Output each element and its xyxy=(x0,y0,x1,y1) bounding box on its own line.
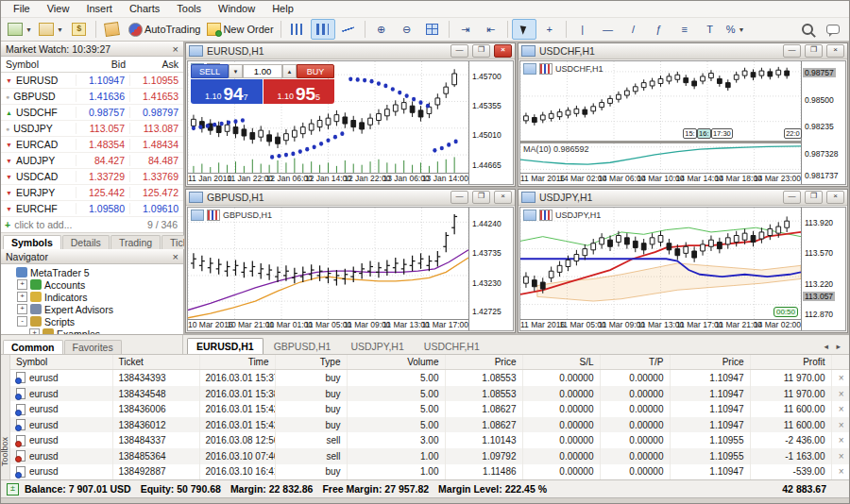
chart-window-titlebar[interactable]: GBPUSD,H1—❐× xyxy=(186,190,515,206)
close-button[interactable]: × xyxy=(494,191,512,204)
close-position-icon[interactable]: × xyxy=(839,404,844,414)
close-position-icon[interactable]: × xyxy=(839,389,844,399)
market-watch-row[interactable]: ▼EURCAD1.483541.48434 xyxy=(1,137,183,153)
chart-window-gbpusd[interactable]: GBPUSD,H1—❐×GBPUSD,H110 Mar 201610 Mar 2… xyxy=(185,189,516,333)
channel-tool-icon[interactable]: ≡ xyxy=(672,19,697,40)
collapse-icon[interactable]: - xyxy=(17,316,27,327)
chart-window-titlebar[interactable]: USDJPY,H1—❐× xyxy=(518,190,847,206)
tree-item-metatrader-5[interactable]: MetaTrader 5 xyxy=(1,266,183,278)
menu-item-window[interactable]: Window xyxy=(210,2,264,15)
trade-row[interactable]: eurusd1384360122016.03.01 15:42:34buy5.0… xyxy=(10,417,849,433)
tree-item-expert-advisors[interactable]: +Expert Advisors xyxy=(1,303,183,315)
time-axis[interactable]: 11 Mar 201614 Mar 02:0014 Mar 06:0014 Ma… xyxy=(520,173,801,184)
minimize-button[interactable]: — xyxy=(450,191,468,204)
tab-favorites[interactable]: Favorites xyxy=(64,340,122,354)
chart-shift-icon[interactable]: ⇤ xyxy=(479,19,503,40)
price-axis[interactable]: 1.457001.453551.450101.44665 xyxy=(468,61,513,184)
trade-col-Type[interactable]: Type xyxy=(275,355,347,370)
bar-chart-mode-icon[interactable] xyxy=(285,19,310,40)
market-watch-row[interactable]: ▲USDCHF0.987570.98797 xyxy=(1,105,183,121)
market-watch-row[interactable]: ●USDJPY113.057113.087 xyxy=(1,121,183,137)
time-axis[interactable]: 11 Jan 201011 Jan 22:0012 Jan 06:0012 Ja… xyxy=(188,173,468,184)
chart-tab-eurusd-h1[interactable]: EURUSD,H1 xyxy=(187,338,264,354)
menu-item-tools[interactable]: Tools xyxy=(168,2,210,15)
chart-window-titlebar[interactable]: USDCHF,H1—❐× xyxy=(518,43,847,59)
tree-item-scripts[interactable]: -Scripts xyxy=(1,315,183,328)
trade-col-T/P[interactable]: T/P xyxy=(600,355,670,370)
arrows-tool-icon[interactable]: %▼ xyxy=(723,19,748,40)
expand-icon[interactable]: + xyxy=(17,279,27,290)
tree-item-indicators[interactable]: +Indicators xyxy=(1,291,183,303)
menu-item-view[interactable]: View xyxy=(39,2,78,15)
text-tool-icon[interactable]: T xyxy=(698,19,722,40)
tab-common[interactable]: Common xyxy=(3,340,63,354)
toolbox-vertical-tab[interactable]: Toolbox xyxy=(1,355,10,479)
autotrading-button[interactable]: AutoTrading xyxy=(126,19,204,40)
usdjpy-price-pane[interactable]: 00:50USDJPY,H1 xyxy=(520,208,801,319)
chart-window-usdjpy[interactable]: USDJPY,H1—❐×00:50USDJPY,H111 Mar 201611 … xyxy=(518,189,848,333)
trade-row[interactable]: eurusd1384343932016.03.01 15:37:23buy5.0… xyxy=(10,370,849,386)
usdchf-indicator-pane[interactable]: MA(10) 0.986592 xyxy=(520,143,801,173)
trade-col-Price[interactable]: Price xyxy=(445,355,522,370)
sell-button[interactable]: SELL xyxy=(191,64,229,78)
time-axis[interactable]: 11 Mar 201611 Mar 05:0011 Mar 09:0011 Ma… xyxy=(520,319,801,330)
restore-button[interactable]: ❐ xyxy=(472,191,490,204)
candlestick-mode-icon[interactable] xyxy=(311,19,335,40)
chart-tab-gbpusd-h1[interactable]: GBPUSD,H1 xyxy=(264,338,341,354)
cursor-tool-icon[interactable] xyxy=(512,19,536,40)
close-icon[interactable]: × xyxy=(173,44,178,54)
market-watch-row[interactable]: ▼USDCAD1.337291.33769 xyxy=(1,169,183,185)
trade-col-Volume[interactable]: Volume xyxy=(347,355,445,370)
trade-col-Time[interactable]: Time xyxy=(199,355,275,370)
trade-col-Ticket[interactable]: Ticket xyxy=(112,355,199,370)
vertical-line-tool-icon[interactable]: | xyxy=(570,19,595,40)
tile-windows-icon[interactable] xyxy=(420,19,445,40)
restore-button[interactable]: ❐ xyxy=(805,44,823,58)
tab-trading[interactable]: Trading xyxy=(110,235,161,249)
open-profiles-icon[interactable]: ▼ xyxy=(36,19,66,40)
new-chart-icon[interactable]: ▼ xyxy=(5,19,35,40)
sell-price-box[interactable]: 1.10947 xyxy=(191,79,263,104)
line-chart-mode-icon[interactable] xyxy=(336,19,361,40)
search-icon[interactable] xyxy=(795,19,820,40)
trade-row[interactable]: eurusd1384345482016.03.01 15:38:23buy5.0… xyxy=(10,386,849,402)
trendline-tool-icon[interactable]: / xyxy=(621,19,646,40)
close-position-icon[interactable]: × xyxy=(839,373,844,383)
trade-row[interactable]: eurusd1384853642016.03.10 07:46:04sell1.… xyxy=(10,448,849,464)
add-symbol-icon[interactable]: + xyxy=(1,219,14,230)
close-position-icon[interactable]: × xyxy=(839,420,844,430)
trade-col-S/L[interactable]: S/L xyxy=(522,355,600,370)
minimize-button[interactable]: — xyxy=(783,44,801,58)
chart-tab-usdjpy-h1[interactable]: USDJPY,H1 xyxy=(341,338,413,354)
trade-col-Profit[interactable]: Profit xyxy=(750,355,831,370)
volume-increase-icon[interactable]: ▲ xyxy=(282,64,297,78)
tab-scroll-arrows[interactable]: ◂ ▸ xyxy=(818,342,849,354)
menu-item-charts[interactable]: Charts xyxy=(121,2,168,15)
close-icon[interactable]: × xyxy=(173,252,178,261)
zoom-in-icon[interactable]: ⊕ xyxy=(369,19,394,40)
close-position-icon[interactable]: × xyxy=(839,451,844,462)
market-watch-row[interactable]: ●GBPUSD1.416361.41653 xyxy=(1,89,183,105)
market-watch-row[interactable]: ▼AUDJPY84.42784.487 xyxy=(1,153,183,169)
auto-scroll-icon[interactable]: ⇥ xyxy=(453,19,478,40)
close-position-icon[interactable]: × xyxy=(839,435,844,445)
market-watch-row[interactable]: ▼EURUSD1.109471.10955 xyxy=(1,73,183,89)
trade-col-Price[interactable]: Price xyxy=(670,355,750,370)
trade-row[interactable]: eurusd1384928872016.03.10 16:41:20buy1.0… xyxy=(10,464,849,480)
close-position-icon[interactable]: × xyxy=(839,466,844,477)
market-watch-row[interactable]: ▼EURJPY125.442125.472 xyxy=(1,185,183,201)
close-button[interactable]: × xyxy=(494,44,512,58)
buy-price-box[interactable]: 1.10955 xyxy=(264,79,335,104)
expand-icon[interactable]: + xyxy=(17,292,27,302)
chat-icon[interactable] xyxy=(821,19,845,40)
price-axis[interactable]: 0.987570.985000.982350.9873280.981737 xyxy=(801,61,845,184)
data-folder-icon[interactable]: $ xyxy=(67,19,92,40)
buy-button[interactable]: BUY xyxy=(297,64,334,78)
market-watch-icon[interactable] xyxy=(100,19,125,40)
usdchf-price-pane[interactable]: 15:16:17:3022:0USDCHF,H1 xyxy=(520,61,801,141)
expand-icon[interactable]: + xyxy=(17,304,27,314)
new-order-button[interactable]: New Order xyxy=(204,19,276,40)
volume-dropdown-icon[interactable]: ▼ xyxy=(229,64,243,78)
eurusd-price-pane[interactable]: EURUSD,H1SELL▼1.00▲BUY1.109471.10955 xyxy=(188,61,468,173)
price-axis[interactable]: 113.920113.570113.220113.057112.870 xyxy=(801,208,845,330)
